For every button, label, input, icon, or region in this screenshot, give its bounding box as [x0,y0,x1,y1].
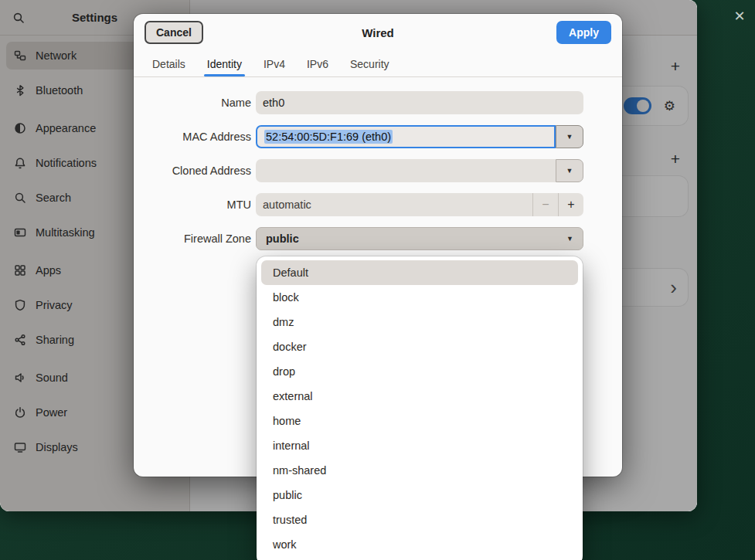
mac-address-input[interactable]: 52:54:00:5D:F1:69 (eth0) [256,125,556,148]
dropdown-item-external[interactable]: external [261,384,578,409]
cloned-address-dropdown-button[interactable]: ▼ [556,159,583,182]
dropdown-item-block[interactable]: block [261,285,578,310]
tab-details[interactable]: Details [143,51,195,76]
tab-ipv4[interactable]: IPv4 [254,51,294,76]
firewall-zone-value: public [266,232,299,245]
cancel-button[interactable]: Cancel [145,21,203,44]
firewall-zone-combobox[interactable]: public ▼ [256,227,583,250]
dialog-header: Cancel Wired Apply [134,14,622,51]
name-row: Name eth0 [149,91,607,114]
name-input[interactable]: eth0 [256,91,583,114]
dropdown-item-public[interactable]: public [261,483,578,507]
mtu-row: MTU automatic − + [149,193,607,216]
dropdown-item-home[interactable]: home [261,409,578,433]
firewall-zone-dropdown: Default block dmz docker drop external h… [257,256,583,560]
tab-security[interactable]: Security [341,51,399,76]
identity-form: Name eth0 MAC Address 52:54:00:5D:F1:69 … [134,77,622,250]
dropdown-item-nm-shared[interactable]: nm-shared [261,458,578,483]
dropdown-item-dmz[interactable]: dmz [261,310,578,334]
dropdown-item-trusted[interactable]: trusted [261,507,578,532]
mac-address-dropdown-button[interactable]: ▼ [556,125,583,148]
firewall-zone-row: Firewall Zone public ▼ [149,227,607,250]
dropdown-item-docker[interactable]: docker [261,334,578,359]
firewall-zone-label: Firewall Zone [149,232,251,245]
chevron-down-icon: ▼ [566,235,573,243]
mtu-input[interactable]: automatic [256,193,532,216]
apply-button[interactable]: Apply [556,21,611,44]
close-icon[interactable]: ✕ [729,6,750,26]
mtu-label: MTU [149,199,251,211]
tab-identity[interactable]: Identity [198,51,251,76]
cloned-address-input[interactable] [256,159,556,182]
mac-address-label: MAC Address [149,131,251,143]
selected-text: 52:54:00:5D:F1:69 (eth0) [264,130,393,144]
dropdown-item-default[interactable]: Default [261,260,578,285]
tab-ipv6[interactable]: IPv6 [298,51,338,76]
mtu-decrement-button[interactable]: − [532,193,558,216]
dialog-tabbar: Details Identity IPv4 IPv6 Security [134,51,622,77]
cloned-address-label: Cloned Address [149,165,251,177]
dialog-title: Wired [134,26,622,39]
cloned-address-row: Cloned Address ▼ [149,159,607,182]
mac-address-row: MAC Address 52:54:00:5D:F1:69 (eth0) ▼ [149,125,607,148]
dropdown-item-internal[interactable]: internal [261,433,578,458]
dropdown-item-work[interactable]: work [261,532,578,557]
name-label: Name [149,97,251,109]
mtu-increment-button[interactable]: + [558,193,583,216]
dropdown-item-drop[interactable]: drop [261,359,578,384]
